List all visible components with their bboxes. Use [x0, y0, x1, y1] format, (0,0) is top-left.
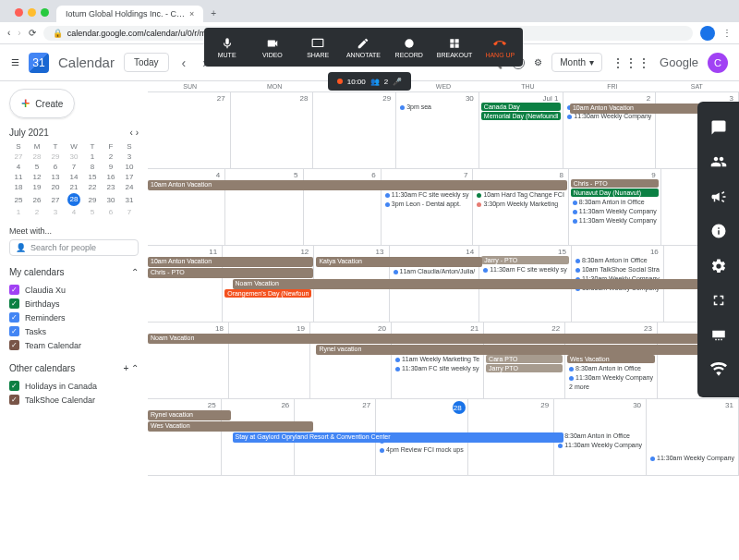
calendar-item[interactable]: ✓TalkShoe Calendar	[9, 393, 139, 407]
event-span[interactable]: Stay at Gaylord Opryland Resort & Conven…	[233, 432, 563, 443]
event[interactable]: 8:30am Anton in Office	[574, 256, 661, 264]
day-cell[interactable]: 9 Chris - PTO Nunavut Day (Nunavut) 8:30…	[569, 169, 661, 245]
event[interactable]: 11:30am Weekly Company	[571, 207, 659, 215]
browser-menu-icon[interactable]: ⋮	[722, 28, 732, 38]
event[interactable]: 11:30am FC site weekly sy	[481, 265, 569, 274]
record-button[interactable]: RECORD	[386, 28, 431, 67]
event[interactable]: Wes Vacation	[567, 355, 655, 363]
today-button[interactable]: Today	[124, 53, 169, 72]
event[interactable]: 8:30am Anton in Office	[556, 432, 644, 440]
annotate-button[interactable]: ANNOTATE	[341, 28, 386, 67]
calendar-item[interactable]: ✓Team Calendar	[9, 338, 139, 352]
event[interactable]: 11:30am Weekly Company	[567, 373, 655, 382]
back-icon[interactable]: ‹	[7, 28, 10, 38]
add-calendar-icon[interactable]: +	[123, 363, 128, 373]
tab-close-icon[interactable]: ×	[189, 9, 194, 18]
calendar-item[interactable]: ✓Reminders	[9, 310, 139, 324]
event[interactable]: Cara PTO	[486, 355, 563, 363]
event[interactable]: Nunavut Day (Nunavut)	[571, 189, 659, 197]
layout-icon[interactable]	[710, 327, 727, 346]
event-span[interactable]: Noam Vacation	[148, 334, 733, 344]
prev-month-icon[interactable]: ‹	[178, 55, 190, 70]
mini-next-icon[interactable]: ›	[136, 128, 139, 138]
event[interactable]: 11am Weekly Marketing Te	[394, 355, 481, 363]
more-events[interactable]: 2 more	[567, 383, 655, 391]
settings-icon[interactable]: ⚙	[534, 57, 542, 67]
event-span[interactable]: Chris - PTO	[148, 268, 313, 278]
calendar-item[interactable]: ✓Tasks	[9, 324, 139, 338]
day-cell[interactable]: 30 8:30am Anton in Office 11:30am Weekly…	[554, 399, 647, 475]
event[interactable]: 8:30am Anton in Office	[571, 198, 659, 206]
event[interactable]: 11:30am FC site weekly sy	[383, 190, 471, 199]
event-span[interactable]: 10am Anton Vacation	[148, 257, 313, 267]
mute-button[interactable]: MUTE	[204, 28, 249, 67]
reload-icon[interactable]: ⟳	[29, 28, 36, 38]
participants-icon[interactable]	[710, 153, 727, 172]
google-apps-icon[interactable]: ⋮⋮⋮	[612, 55, 650, 70]
event[interactable]: 11:30am Weekly Company	[571, 216, 659, 225]
minimize-window-icon[interactable]	[28, 8, 36, 17]
event[interactable]: 3pm sea	[398, 103, 477, 111]
event-span[interactable]: Rynel vacation	[316, 345, 730, 355]
day-cell[interactable]: Jul 1 Canada Day Memorial Day (Newfoundl	[479, 92, 564, 168]
event[interactable]: 4pm Review FCI mock ups	[378, 445, 466, 454]
fullscreen-icon[interactable]	[710, 292, 727, 310]
other-calendars-toggle[interactable]: Other calendars+ ⌃	[9, 363, 139, 373]
event-span[interactable]: Wes Vacation	[148, 421, 313, 432]
create-button[interactable]: +Create	[9, 89, 75, 118]
browser-profile-icon[interactable]	[700, 26, 715, 41]
day-cell[interactable]: 29	[313, 92, 396, 168]
event[interactable]: Chris - PTO	[571, 179, 659, 188]
sidebar: +Create July 2021‹ › SMTWTFS 27282930123…	[0, 81, 148, 560]
hangup-button[interactable]: HANG UP	[478, 28, 523, 67]
event-span[interactable]: Noam Vacation	[233, 279, 735, 289]
account-avatar[interactable]: C	[708, 53, 728, 73]
event[interactable]: Memorial Day (Newfoundl	[481, 112, 562, 120]
event[interactable]: 10am TalkShoe Social Stra	[574, 265, 661, 274]
search-people-input[interactable]: 👤Search for people	[9, 239, 139, 256]
view-selector[interactable]: Month ▾	[551, 53, 602, 72]
event[interactable]: Jarry PTO	[486, 364, 563, 372]
calendar-item[interactable]: ✓Claudia Xu	[9, 283, 139, 297]
dock-settings-icon[interactable]	[710, 258, 727, 276]
event[interactable]: 11:30am Weekly Company	[556, 441, 644, 449]
announce-icon[interactable]	[710, 189, 727, 207]
wifi-icon[interactable]	[710, 361, 727, 380]
maximize-window-icon[interactable]	[41, 8, 49, 17]
event[interactable]: Jarry - PTO	[481, 256, 569, 264]
mini-calendar[interactable]: SMTWTFS 27282930123456789101112131415161…	[9, 141, 139, 217]
breakout-button[interactable]: BREAKOUT	[431, 28, 477, 67]
event[interactable]: 11am Claudia/Anton/Julia/	[392, 267, 478, 275]
svg-point-0	[405, 39, 413, 47]
info-icon[interactable]	[710, 223, 727, 241]
event[interactable]: 8:30am Anton in Office	[567, 364, 655, 372]
calendar-item[interactable]: ✓Holidays in Canada	[9, 379, 139, 393]
event[interactable]: 11:30am Weekly Company	[648, 454, 736, 462]
main-menu-icon[interactable]: ☰	[11, 57, 19, 67]
event[interactable]: 3pm Leon - Dental appt.	[383, 200, 471, 208]
event[interactable]: 11:30am FC site weekly sy	[394, 364, 481, 372]
week-row: 25 26 27 11am Dee - Doc's Appt 28 10:30a…	[148, 399, 739, 476]
event-span[interactable]: Katya Vacation	[316, 257, 481, 267]
day-cell[interactable]: 28	[231, 92, 314, 168]
video-button[interactable]: VIDEO	[249, 28, 295, 67]
event[interactable]: 10am Hard Tag Change FCI	[475, 190, 565, 199]
conference-toolbar: MUTE VIDEO SHARE ANNOTATE RECORD BREAKOU…	[204, 28, 523, 67]
event-span[interactable]: 10am Anton Vacation	[148, 180, 567, 190]
share-button[interactable]: SHARE	[296, 28, 341, 67]
event[interactable]: Canada Day	[481, 103, 562, 111]
new-tab-icon[interactable]: +	[203, 5, 224, 22]
browser-tab[interactable]: Iotum Global Holdings Inc. - C… ×	[56, 6, 203, 22]
day-cell[interactable]: 31 11:30am Weekly Company	[647, 399, 739, 475]
close-window-icon[interactable]	[15, 8, 23, 17]
chat-icon[interactable]	[710, 119, 727, 138]
calendar-item[interactable]: ✓Birthdays	[9, 297, 139, 310]
event-span[interactable]: Rynel vacation	[148, 410, 231, 420]
day-cell[interactable]: 27	[148, 92, 231, 168]
forward-icon[interactable]: ›	[18, 28, 20, 38]
day-cell[interactable]: 30 3pm sea	[396, 92, 479, 168]
event[interactable]: 3:30pm Weekly Marketing	[475, 200, 565, 208]
event[interactable]: Orangemen's Day (Newfoun	[224, 289, 311, 298]
mini-prev-icon[interactable]: ‹	[130, 128, 133, 138]
my-calendars-toggle[interactable]: My calendars⌃	[9, 267, 139, 277]
